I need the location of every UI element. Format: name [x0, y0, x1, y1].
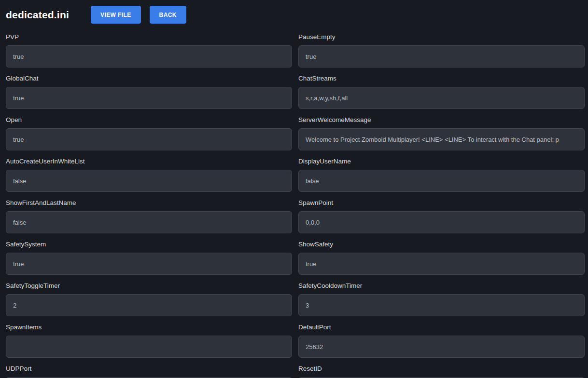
PVP-label: PVP — [6, 33, 292, 41]
ChatStreams-input[interactable] — [298, 87, 585, 109]
field-SafetySystem: SafetySystem — [6, 240, 292, 275]
ShowFirstAndLastName-label: ShowFirstAndLastName — [6, 199, 292, 207]
DisplayUserName-label: DisplayUserName — [298, 157, 585, 166]
PauseEmpty-input[interactable] — [298, 45, 585, 68]
SafetySystem-input[interactable] — [6, 253, 292, 275]
field-ResetID: ResetID — [298, 364, 585, 378]
field-ChatStreams: ChatStreams — [298, 74, 585, 109]
field-DefaultPort: DefaultPort — [298, 323, 585, 358]
field-SpawnPoint: SpawnPoint — [298, 199, 585, 233]
field-PauseEmpty: PauseEmpty — [298, 33, 585, 68]
SafetyCooldownTimer-label: SafetyCooldownTimer — [298, 282, 585, 290]
field-GlobalChat: GlobalChat — [6, 74, 292, 109]
SpawnItems-input[interactable] — [6, 336, 292, 358]
ResetID-label: ResetID — [298, 364, 585, 373]
page-title: dedicated.ini — [6, 9, 82, 21]
UDPPort-label: UDPPort — [6, 364, 292, 373]
ShowFirstAndLastName-input[interactable] — [6, 211, 292, 233]
SafetyToggleTimer-input[interactable] — [6, 294, 292, 316]
field-Open: Open — [6, 116, 292, 150]
SafetyToggleTimer-label: SafetyToggleTimer — [6, 282, 292, 290]
field-DisplayUserName: DisplayUserName — [298, 157, 585, 192]
ServerWelcomeMessage-input[interactable] — [298, 128, 585, 150]
DefaultPort-input[interactable] — [298, 336, 585, 358]
field-UDPPort: UDPPort — [6, 364, 292, 378]
field-ShowFirstAndLastName: ShowFirstAndLastName — [6, 199, 292, 233]
field-SpawnItems: SpawnItems — [6, 323, 292, 358]
field-ServerWelcomeMessage: ServerWelcomeMessage — [298, 116, 585, 150]
PauseEmpty-label: PauseEmpty — [298, 33, 585, 41]
SpawnPoint-input[interactable] — [298, 211, 585, 233]
DisplayUserName-input[interactable] — [298, 170, 585, 192]
ShowSafety-label: ShowSafety — [298, 240, 585, 249]
back-button[interactable]: BACK — [150, 6, 186, 24]
AutoCreateUserInWhiteList-label: AutoCreateUserInWhiteList — [6, 157, 292, 166]
SpawnPoint-label: SpawnPoint — [298, 199, 585, 207]
GlobalChat-label: GlobalChat — [6, 74, 292, 83]
SafetySystem-label: SafetySystem — [6, 240, 292, 249]
field-SafetyToggleTimer: SafetyToggleTimer — [6, 282, 292, 316]
field-ShowSafety: ShowSafety — [298, 240, 585, 275]
field-PVP: PVP — [6, 33, 292, 68]
AutoCreateUserInWhiteList-input[interactable] — [6, 170, 292, 192]
ChatStreams-label: ChatStreams — [298, 74, 585, 83]
ServerWelcomeMessage-label: ServerWelcomeMessage — [298, 116, 585, 124]
PVP-input[interactable] — [6, 45, 292, 68]
ShowSafety-input[interactable] — [298, 253, 585, 275]
GlobalChat-input[interactable] — [6, 87, 292, 109]
field-AutoCreateUserInWhiteList: AutoCreateUserInWhiteList — [6, 157, 292, 192]
SafetyCooldownTimer-input[interactable] — [298, 294, 585, 316]
config-form: PVP PauseEmpty GlobalChat ChatStreams Op… — [0, 30, 588, 378]
Open-label: Open — [6, 116, 292, 124]
header: dedicated.ini VIEW FILE BACK — [0, 0, 588, 30]
field-SafetyCooldownTimer: SafetyCooldownTimer — [298, 282, 585, 316]
view-file-button[interactable]: VIEW FILE — [91, 6, 141, 24]
Open-input[interactable] — [6, 128, 292, 150]
DefaultPort-label: DefaultPort — [298, 323, 585, 332]
SpawnItems-label: SpawnItems — [6, 323, 292, 332]
